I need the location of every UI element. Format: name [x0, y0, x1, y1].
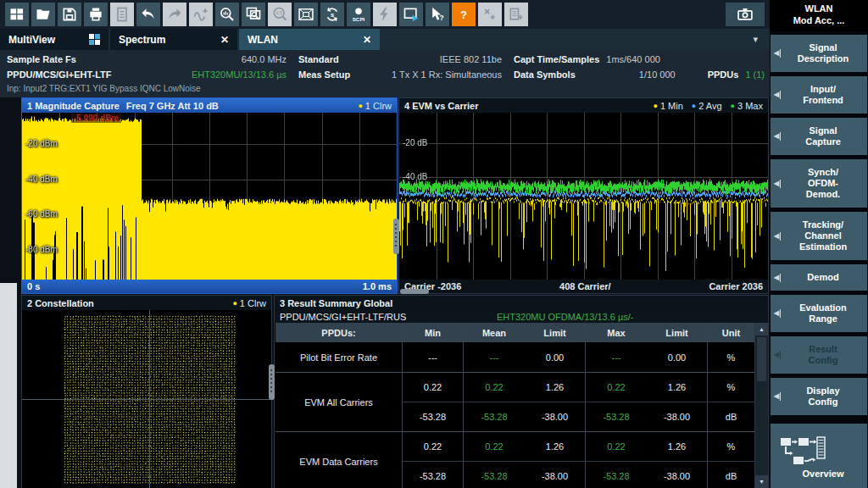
magnifier-chart-icon — [219, 6, 236, 23]
softkey-label: OFDM- — [779, 178, 867, 189]
softkey-signal-description[interactable]: ◀SignalDescription — [771, 35, 867, 72]
splitter-handle[interactable] — [393, 219, 399, 254]
softkey-demod[interactable]: ◀Demod — [771, 264, 867, 291]
window-title: 4 EVM vs Carrier — [404, 101, 478, 111]
print-button[interactable] — [84, 3, 108, 26]
x-axis-right-label: Carrier 2036 — [709, 281, 763, 291]
window-play-icon — [403, 6, 420, 23]
result-cell: -53.28 — [586, 461, 647, 488]
window-magnitude-capture[interactable]: 1 Magnitude Capture Freq 7 GHz Att 10 dB… — [21, 97, 398, 294]
screenshot-button[interactable] — [726, 3, 765, 26]
window-title-bar: 1 Magnitude Capture Freq 7 GHz Att 10 dB… — [22, 98, 397, 113]
param-label: PPDU/MCS/GI+EHT-LTF/RUS — [280, 312, 406, 322]
instrument-event-button[interactable] — [373, 3, 397, 26]
window-title-bar: 3 Result Summary Global — [275, 296, 768, 310]
display-frame-button[interactable] — [294, 3, 318, 26]
magnitude-capture-plot[interactable]: -5.090 dBm -20 dBm-40 dBm-60 dBm-80 dBm — [22, 113, 397, 280]
result-cell: -38.00 — [525, 461, 586, 488]
help-button[interactable]: ? — [452, 3, 476, 26]
splitter-handle[interactable] — [269, 364, 275, 400]
svg-text:1:1: 1:1 — [276, 10, 282, 15]
folder-icon — [35, 6, 52, 23]
report-button[interactable] — [110, 3, 134, 26]
softkey-sidebar: WLAN Mod Acc, ... ◀SignalDescription◀Inp… — [770, 0, 868, 488]
window-title: 1 Magnitude Capture — [27, 101, 120, 111]
field-value: EHT320MU/13/13.6 µs — [192, 69, 287, 80]
softkey-label: Synch/ — [779, 167, 867, 178]
open-panel-arrow-icon: ◀ — [774, 180, 781, 188]
zoom-one-to-one-button[interactable]: 1:1 — [268, 3, 292, 26]
scrollbar-thumb[interactable] — [757, 337, 766, 381]
redo-button[interactable] — [163, 3, 186, 26]
scroll-up-icon[interactable]: ▲ — [755, 323, 768, 336]
constellation-plot[interactable] — [22, 310, 271, 488]
softkey-list: ◀SignalDescription◀Input/Frontend◀Signal… — [770, 31, 868, 487]
instrument-screen: 1:1sSCPI?? MultiView Spectrum ✕ WLAN ✕ ▾… — [0, 0, 868, 488]
tab-bar: MultiView Spectrum ✕ WLAN ✕ ▾ — [0, 29, 770, 50]
window-evm-vs-carrier[interactable]: 4 EVM vs Carrier ●1 Min●2 Avg●3 Max -20 … — [398, 97, 769, 294]
tab-spectrum[interactable]: Spectrum ✕ — [110, 29, 237, 50]
softkey-input-frontend[interactable]: ◀Input/Frontend — [771, 76, 867, 114]
softkey-label: Overview — [779, 469, 867, 480]
result-summary-subheader: PPDU/MCS/GI+EHT-LTF/RUS EHT320MU OFDMA/1… — [275, 310, 768, 323]
context-help-button[interactable]: ? — [426, 3, 449, 26]
softkey-label: Config — [779, 355, 867, 366]
softkey-signal-capture[interactable]: ◀SignalCapture — [771, 118, 867, 155]
field-label: Sample Rate Fs — [7, 54, 76, 64]
softkey-synch-ofdm-demod[interactable]: ◀Synch/OFDM-Demod. — [771, 159, 867, 208]
refresh-s-icon: s — [324, 6, 341, 23]
x-axis-bar: 0 s 1.0 ms — [22, 280, 397, 293]
window-constellation[interactable]: 2 Constellation ●1 Clrw — [21, 295, 272, 488]
result-cell: 0.00 — [525, 342, 586, 372]
result-row-label: EVM All Carriers — [275, 372, 403, 431]
softkey-tracking-channel-estimation[interactable]: ◀Tracking/ChannelEstimation — [771, 212, 867, 260]
softkey-display-config[interactable]: ◀DisplayConfig — [771, 378, 867, 415]
window-title: 2 Constellation — [27, 298, 94, 308]
close-tab-icon[interactable]: ✕ — [363, 34, 371, 46]
save-button[interactable] — [58, 3, 81, 26]
close-pane-button[interactable] — [478, 3, 502, 26]
x-plus-icon — [481, 6, 498, 23]
tab-multiview[interactable]: MultiView — [0, 29, 108, 50]
evm-vs-carrier-plot[interactable]: -20 dB-40 dB — [399, 113, 768, 280]
softkey-label: Display — [779, 385, 867, 396]
scroll-down-icon[interactable]: ▼ — [755, 475, 768, 488]
magnifier-stack-icon — [245, 6, 262, 23]
field-label: Capt Time/Samples — [514, 54, 599, 64]
redo-icon — [166, 6, 183, 23]
splitter-handle[interactable] — [400, 289, 429, 294]
svg-text:SCPI: SCPI — [353, 16, 365, 22]
result-column-header: PPDUs: — [275, 323, 403, 342]
field-value: 640.0 MHz — [242, 54, 287, 64]
softkey-overview[interactable]: Overview — [771, 424, 867, 488]
undo-button[interactable] — [136, 3, 160, 26]
open-file-button[interactable] — [31, 3, 55, 26]
add-pane-button[interactable] — [504, 3, 528, 26]
tab-wlan[interactable]: WLAN ✕ — [239, 29, 380, 50]
tab-list-dropdown-icon[interactable]: ▾ — [741, 34, 770, 45]
toolbar: 1:1sSCPI?? — [0, 0, 770, 29]
sequencer-button[interactable]: s — [320, 3, 344, 26]
softkey-evaluation-range[interactable]: ◀EvaluationRange — [771, 295, 867, 332]
window-result-summary[interactable]: 3 Result Summary Global PPDU/MCS/GI+EHT-… — [274, 295, 769, 488]
result-cell: 1.26 — [525, 372, 586, 402]
scpi-recorder-button[interactable]: SCPI — [347, 3, 370, 26]
close-tab-icon[interactable]: ✕ — [220, 34, 229, 46]
collapsed-panel-strip[interactable] — [0, 283, 19, 488]
zoom-annotation-button[interactable] — [189, 3, 213, 26]
trace-label: 1 Clrw — [240, 298, 266, 308]
trace-dot-icon: ● — [731, 102, 735, 110]
softkey-label: Evaluation — [779, 302, 867, 313]
trace-legend: ●1 Clrw — [358, 101, 392, 111]
softkey-result-config[interactable]: ◀ResultConfig — [771, 336, 867, 374]
windows-menu-button[interactable] — [5, 3, 29, 26]
trace-label: 1 Clrw — [365, 101, 392, 111]
overview-flow-icon — [779, 436, 826, 465]
softkey-label: Capture — [779, 136, 867, 147]
run-window-button[interactable] — [399, 3, 423, 26]
cursor-help-icon: ? — [429, 6, 446, 23]
table-scrollbar[interactable]: ▲ ▼ — [754, 323, 768, 488]
graphical-zoom-button[interactable] — [215, 3, 239, 26]
multiple-zoom-button[interactable] — [242, 3, 265, 26]
tab-label: Spectrum — [119, 34, 165, 46]
